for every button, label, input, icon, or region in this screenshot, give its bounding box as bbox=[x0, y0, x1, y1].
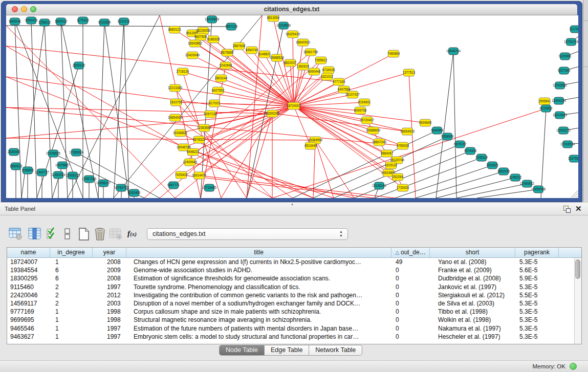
table-cell[interactable]: Disruption of a novel member of a sodium… bbox=[126, 299, 391, 308]
table-cell[interactable]: 0 bbox=[391, 291, 430, 299]
table-row[interactable]: 2242004622012Investigating the contribut… bbox=[7, 291, 574, 299]
graph-edge[interactable] bbox=[294, 106, 391, 165]
table-cell[interactable]: 1997 bbox=[93, 333, 126, 341]
column-header-name[interactable]: name bbox=[7, 248, 50, 258]
column-header-short[interactable]: short bbox=[430, 248, 515, 258]
table-cell[interactable]: 5.3E-5 bbox=[515, 283, 559, 291]
graph-edge[interactable] bbox=[98, 23, 104, 198]
graph-edge[interactable] bbox=[541, 108, 546, 198]
table-cell[interactable]: 9777169 bbox=[7, 308, 50, 316]
table-cell[interactable]: Stergiakouli et al. (2012) bbox=[430, 291, 515, 299]
close-panel-icon[interactable]: ✕ bbox=[575, 204, 582, 213]
graph-edge[interactable] bbox=[226, 65, 294, 106]
table-cell[interactable]: 1 bbox=[50, 316, 93, 324]
column-visibility-icon[interactable] bbox=[28, 227, 41, 240]
tab-node-table[interactable]: Node Table bbox=[219, 345, 265, 356]
table-cell[interactable]: 1 bbox=[50, 324, 93, 333]
network-window-titlebar[interactable]: citations_edges.txt bbox=[6, 4, 577, 15]
tab-network-table[interactable]: Network Table bbox=[309, 345, 362, 356]
graph-edge[interactable] bbox=[201, 19, 212, 198]
table-cell[interactable]: Tourette syndrome. Phenomenology and cla… bbox=[126, 283, 391, 291]
table-row[interactable]: 969969511998Structural magnetic resonanc… bbox=[7, 316, 574, 324]
table-cell[interactable]: 1 bbox=[50, 308, 93, 316]
table-cell[interactable]: 0 bbox=[391, 316, 430, 324]
table-cell[interactable]: 2 bbox=[50, 299, 93, 308]
graph-edge[interactable] bbox=[477, 189, 538, 198]
graph-edge[interactable] bbox=[334, 144, 460, 198]
graph-edge[interactable] bbox=[144, 52, 311, 198]
function-builder-icon[interactable]: f(x) bbox=[127, 229, 137, 238]
tab-edge-table[interactable]: Edge Table bbox=[265, 345, 309, 356]
scrollbar-thumb[interactable] bbox=[575, 259, 580, 279]
network-canvas[interactable]: 1872400718300295193845548660123891295518… bbox=[6, 15, 578, 198]
graph-edge[interactable] bbox=[6, 107, 272, 114]
table-cell[interactable]: 9465546 bbox=[7, 324, 50, 333]
table-cell[interactable]: 1 bbox=[50, 333, 93, 341]
column-header-pagerank[interactable]: pagerank bbox=[515, 248, 559, 258]
table-cell[interactable]: 5.5E-5 bbox=[515, 291, 559, 299]
graph-edge[interactable] bbox=[221, 114, 272, 198]
table-cell[interactable]: 6 bbox=[50, 274, 93, 282]
table-cell[interactable]: 18724007 bbox=[7, 258, 50, 266]
table-cell[interactable]: Changes of HCN gene expression and I(f) … bbox=[126, 258, 391, 266]
table-cell[interactable]: Estimation of significance thresholds fo… bbox=[126, 274, 391, 282]
graph-edge[interactable] bbox=[199, 176, 395, 198]
table-cell[interactable]: 2008 bbox=[93, 258, 126, 266]
table-row[interactable]: 911546021997Tourette syndrome. Phenomeno… bbox=[7, 283, 574, 291]
graph-edge[interactable] bbox=[416, 171, 504, 198]
table-cell[interactable]: Tibbo et al. (1998) bbox=[430, 308, 515, 316]
graph-edge[interactable] bbox=[294, 52, 311, 106]
resize-grip-icon[interactable] bbox=[574, 193, 578, 198]
table-row[interactable]: 977716911998Corpus callosum shape and si… bbox=[7, 308, 574, 316]
table-cell[interactable]: 1 bbox=[50, 258, 93, 266]
table-cell[interactable]: 5.6E-5 bbox=[515, 266, 559, 274]
table-row[interactable]: 1830029562008Estimation of significance … bbox=[7, 274, 574, 282]
table-cell[interactable]: 2012 bbox=[93, 291, 126, 299]
graph-edge[interactable] bbox=[436, 178, 515, 198]
table-cell[interactable]: 0 bbox=[391, 299, 430, 308]
table-cell[interactable]: Yano et al. (2008) bbox=[430, 258, 515, 266]
table-cell[interactable]: 18300295 bbox=[7, 274, 50, 282]
column-header-year[interactable]: year bbox=[93, 248, 126, 258]
table-cell[interactable]: 5.3E-5 bbox=[515, 324, 559, 333]
table-cell[interactable]: 1998 bbox=[93, 308, 126, 316]
graph-edge[interactable] bbox=[395, 165, 492, 198]
table-cell[interactable]: 1997 bbox=[93, 283, 126, 291]
table-cell[interactable]: 2 bbox=[50, 291, 93, 299]
table-cell[interactable]: Nakamura et al. (1997) bbox=[430, 324, 515, 333]
delete-trash-icon[interactable] bbox=[94, 227, 106, 241]
table-settings-icon[interactable] bbox=[9, 227, 23, 240]
graph-edge[interactable] bbox=[247, 15, 262, 198]
graph-edge[interactable] bbox=[294, 73, 409, 106]
table-cell[interactable]: 5.3E-5 bbox=[515, 333, 559, 341]
table-cell[interactable]: Estimation of the future numbers of pati… bbox=[126, 324, 391, 333]
table-cell[interactable]: Hescheler et al. (1997) bbox=[430, 333, 515, 341]
table-cell[interactable]: 0 bbox=[391, 266, 430, 274]
table-cell[interactable]: Franke et al. (2009) bbox=[430, 266, 515, 274]
column-header-out-de-[interactable]: △out_de… bbox=[391, 248, 430, 258]
table-cell[interactable]: 2008 bbox=[93, 274, 126, 282]
table-row[interactable]: 1456911722003Disruption of a novel membe… bbox=[7, 299, 574, 308]
table-cell[interactable]: Investigating the contribution of common… bbox=[126, 291, 391, 299]
table-cell[interactable]: 14569117 bbox=[7, 299, 50, 308]
table-cell[interactable]: 1998 bbox=[93, 316, 126, 324]
float-panel-icon[interactable] bbox=[563, 206, 571, 213]
resize-grip-icon[interactable] bbox=[576, 195, 578, 198]
graph-edge[interactable] bbox=[354, 151, 470, 198]
table-cell[interactable]: 1997 bbox=[93, 324, 126, 333]
table-cell[interactable]: 49 bbox=[391, 258, 430, 266]
table-cell[interactable]: Genome-wide association studies in ADHD. bbox=[126, 266, 391, 274]
table-cell[interactable]: 5.3E-5 bbox=[515, 308, 559, 316]
graph-edge[interactable] bbox=[294, 42, 303, 106]
table-cell[interactable]: 0 bbox=[391, 308, 430, 316]
graph-edge[interactable] bbox=[6, 26, 231, 27]
table-cell[interactable]: 5.3E-5 bbox=[515, 316, 559, 324]
table-cell[interactable]: Structural magnetic resonance image aver… bbox=[126, 316, 391, 324]
table-cell[interactable]: 22420046 bbox=[7, 291, 50, 299]
table-cell[interactable]: 9115460 bbox=[7, 283, 50, 291]
graph-edge[interactable] bbox=[52, 165, 62, 198]
graph-edge[interactable] bbox=[272, 108, 546, 198]
table-cell[interactable]: Corpus callosum shape and size in male p… bbox=[126, 308, 391, 316]
table-cell[interactable]: 0 bbox=[391, 324, 430, 333]
network-table-selector[interactable]: citations_edges.txt ▲▼ bbox=[147, 228, 348, 240]
